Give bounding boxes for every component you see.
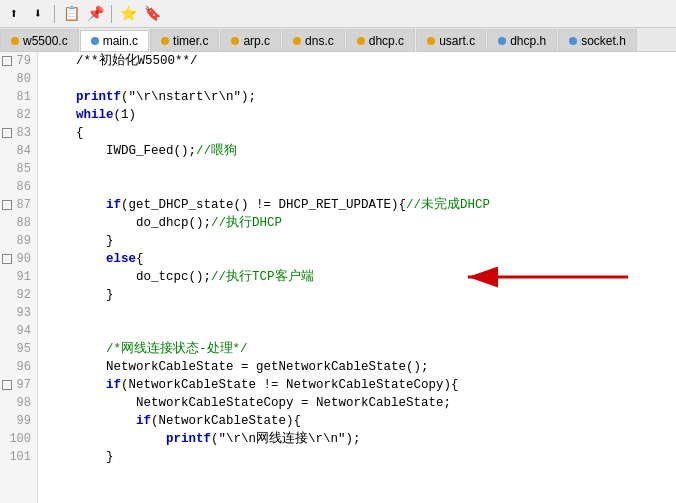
tab-dot-dhcp-c [357, 37, 365, 45]
toolbar-icon-pin[interactable]: 📌 [85, 4, 105, 24]
tab-label-main: main.c [103, 34, 138, 48]
tabs: w5500.c main.c timer.c arp.c dns.c dhcp.… [0, 28, 676, 52]
code-line-90: else{ [46, 250, 676, 268]
tab-label-dns: dns.c [305, 34, 334, 48]
tab-dhcp-c[interactable]: dhcp.c [346, 29, 415, 51]
code-line-92: } [46, 286, 676, 304]
tab-dot-socket [569, 37, 577, 45]
code-line-89: } [46, 232, 676, 250]
tab-label-socket: socket.h [581, 34, 626, 48]
tab-dhcp-h[interactable]: dhcp.h [487, 29, 557, 51]
tab-socket[interactable]: socket.h [558, 29, 637, 51]
code-line-79: /**初始化W5500**/ [46, 52, 676, 70]
tab-w5500[interactable]: w5500.c [0, 29, 79, 51]
line-number-81: 81 [0, 88, 37, 106]
line-numbers: 7980818283848586878889909192939495969798… [0, 52, 38, 503]
tab-label-usart: usart.c [439, 34, 475, 48]
code-line-100: printf("\r\n网线连接\r\n"); [46, 430, 676, 448]
line-number-100: 100 [0, 430, 37, 448]
tab-dot-timer [161, 37, 169, 45]
code-line-99: if(NetworkCableState){ [46, 412, 676, 430]
toolbar-sep-1 [54, 5, 55, 23]
tab-main[interactable]: main.c [80, 30, 149, 52]
line-number-85: 85 [0, 160, 37, 178]
tab-usart[interactable]: usart.c [416, 29, 486, 51]
code-line-82: while(1) [46, 106, 676, 124]
tab-timer[interactable]: timer.c [150, 29, 219, 51]
line-number-84: 84 [0, 142, 37, 160]
line-number-87: 87 [0, 196, 37, 214]
code-area: 7980818283848586878889909192939495969798… [0, 52, 676, 503]
tab-dot-w5500 [11, 37, 19, 45]
tab-label-dhcp-h: dhcp.h [510, 34, 546, 48]
line-number-79: 79 [0, 52, 37, 70]
tab-dot-dhcp-h [498, 37, 506, 45]
toolbar-icon-bookmark[interactable]: ⭐ [118, 4, 138, 24]
toolbar-sep-2 [111, 5, 112, 23]
tab-label-arp: arp.c [243, 34, 270, 48]
code-line-97: if(NetworkCableState != NetworkCableStat… [46, 376, 676, 394]
tab-dot-main [91, 37, 99, 45]
line-number-88: 88 [0, 214, 37, 232]
code-line-91: do_tcpc();//执行TCP客户端 [46, 268, 676, 286]
tab-dot-arp [231, 37, 239, 45]
code-line-88: do_dhcp();//执行DHCP [46, 214, 676, 232]
line-number-101: 101 [0, 448, 37, 466]
code-line-98: NetworkCableStateCopy = NetworkCableStat… [46, 394, 676, 412]
toolbar-icon-2[interactable]: ⬇ [28, 4, 48, 24]
code-line-83: { [46, 124, 676, 142]
line-number-92: 92 [0, 286, 37, 304]
line-number-95: 95 [0, 340, 37, 358]
line-number-86: 86 [0, 178, 37, 196]
toolbar-icon-flag[interactable]: 🔖 [142, 4, 162, 24]
line-number-89: 89 [0, 232, 37, 250]
line-number-96: 96 [0, 358, 37, 376]
tab-dot-dns [293, 37, 301, 45]
toolbar-icon-1[interactable]: ⬆ [4, 4, 24, 24]
line-number-90: 90 [0, 250, 37, 268]
tab-dns[interactable]: dns.c [282, 29, 345, 51]
code-line-80 [46, 70, 676, 88]
code-line-86 [46, 178, 676, 196]
line-number-83: 83 [0, 124, 37, 142]
line-number-97: 97 [0, 376, 37, 394]
code-line-94 [46, 322, 676, 340]
code-content[interactable]: /**初始化W5500**/ printf("\r\nstart\r\n"); … [38, 52, 676, 466]
code-line-101: } [46, 448, 676, 466]
toolbar-icon-copy[interactable]: 📋 [61, 4, 81, 24]
code-wrapper: /**初始化W5500**/ printf("\r\nstart\r\n"); … [38, 52, 676, 503]
line-number-93: 93 [0, 304, 37, 322]
tab-dot-usart [427, 37, 435, 45]
line-number-98: 98 [0, 394, 37, 412]
tab-label-timer: timer.c [173, 34, 208, 48]
code-line-95: /*网线连接状态-处理*/ [46, 340, 676, 358]
tab-label-w5500: w5500.c [23, 34, 68, 48]
line-number-80: 80 [0, 70, 37, 88]
line-number-99: 99 [0, 412, 37, 430]
line-number-94: 94 [0, 322, 37, 340]
line-number-82: 82 [0, 106, 37, 124]
code-line-93 [46, 304, 676, 322]
code-line-96: NetworkCableState = getNetworkCableState… [46, 358, 676, 376]
code-line-85 [46, 160, 676, 178]
toolbar: ⬆ ⬇ 📋 📌 ⭐ 🔖 [0, 0, 676, 28]
tab-label-dhcp-c: dhcp.c [369, 34, 404, 48]
code-line-87: if(get_DHCP_state() != DHCP_RET_UPDATE){… [46, 196, 676, 214]
code-line-81: printf("\r\nstart\r\n"); [46, 88, 676, 106]
line-number-91: 91 [0, 268, 37, 286]
tab-arp[interactable]: arp.c [220, 29, 281, 51]
code-line-84: IWDG_Feed();//喂狗 [46, 142, 676, 160]
